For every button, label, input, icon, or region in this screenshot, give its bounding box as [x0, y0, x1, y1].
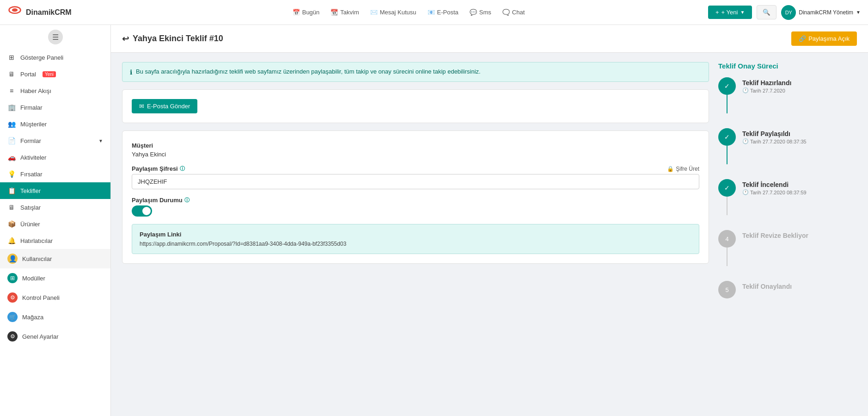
- email-icon: 📧: [428, 9, 435, 16]
- timeline-step-1: ✓ Teklif Hazırlandı 🕐 Tarih 27.7.2020: [718, 77, 857, 128]
- modules-icon: ⊞: [7, 273, 18, 283]
- lock-icon: 🔒: [667, 166, 674, 172]
- sidebar-item-hatirlaticilar[interactable]: 🔔 Hatırlatıcılar: [0, 232, 110, 249]
- sidebar-item-musteriler[interactable]: 👥 Müşteriler: [0, 116, 110, 132]
- sidebar-item-portal[interactable]: 🖥 Portal Yeni: [0, 66, 110, 82]
- user-name: DinamikCRM Yönetim: [799, 9, 853, 16]
- step-5-label: Teklif Onaylandı: [742, 283, 857, 290]
- step-4-dot: 4: [718, 230, 736, 248]
- step-2-dot: ✓: [718, 128, 736, 146]
- nav-eposta[interactable]: 📧 E-Posta: [428, 9, 458, 16]
- nav-mesaj[interactable]: ✉️ Mesaj Kutusu: [370, 9, 416, 16]
- nav-chat[interactable]: 🗨️ Chat: [502, 9, 525, 16]
- info-banner: ℹ Bu sayfa aracılığıyla hazırladığınız t…: [122, 62, 709, 82]
- sidebar-item-haber[interactable]: ≡ Haber Akışı: [0, 82, 110, 99]
- step-1-date: 🕐 Tarih 27.7.2020: [742, 87, 857, 93]
- step-3-date: 🕐 Tarih 27.7.2020 08:37:59: [742, 189, 857, 195]
- users-icon: 👤: [7, 254, 18, 264]
- step-3-content: Teklif İncelendi 🕐 Tarih 27.7.2020 08:37…: [742, 179, 857, 195]
- timeline-step-3: ✓ Teklif İncelendi 🕐 Tarih 27.7.2020 08:…: [718, 179, 857, 230]
- sifre-info-icon[interactable]: ⓘ: [180, 165, 185, 172]
- back-icon[interactable]: ↩: [122, 34, 129, 44]
- menu-toggle-button[interactable]: ☰: [48, 30, 63, 44]
- generate-password-button[interactable]: 🔒 Şifre Üret: [667, 166, 699, 172]
- sidebar-item-firsatlar[interactable]: 💡 Fırsatlar: [0, 166, 110, 182]
- sidebar-item-firmalar[interactable]: 🏢 Firmalar: [0, 99, 110, 116]
- share-button[interactable]: 🔗 Paylaşıma Açık: [791, 31, 857, 46]
- products-icon: 📦: [7, 220, 16, 228]
- sidebar-item-kontrol[interactable]: ⚙ Kontrol Paneli: [0, 288, 110, 307]
- feed-icon: ≡: [7, 87, 16, 94]
- new-button[interactable]: + + Yeni ▼: [708, 6, 752, 19]
- nav-takvim[interactable]: 📆 Takvim: [330, 9, 359, 16]
- nav-sms[interactable]: 💬 Sms: [470, 9, 491, 16]
- musteri-label: Müşteri: [132, 142, 699, 149]
- sifre-label: Paylaşım Şifresi ⓘ: [132, 165, 185, 172]
- user-menu[interactable]: DY DinamikCRM Yönetim ▼: [781, 5, 861, 20]
- link-box: Paylaşım Linki https://app.dinamikcrm.co…: [132, 224, 699, 254]
- form-section: Müşteri Yahya Ekinci Paylaşım Şifresi ⓘ: [132, 142, 699, 254]
- sidebar-item-satislar[interactable]: 🖥 Satışlar: [0, 199, 110, 216]
- nav-bugun[interactable]: 📅 Bugün: [293, 9, 320, 16]
- sidebar-item-urunler[interactable]: 📦 Ürünler: [0, 216, 110, 232]
- dashboard-icon: ⊞: [7, 54, 16, 61]
- durum-field: Paylaşım Durumu ⓘ: [132, 197, 699, 217]
- sidebar-item-teklifler[interactable]: 📋 Teklifler: [0, 182, 110, 199]
- sidebar-item-formlar[interactable]: 📄 Formlar ▼: [0, 132, 110, 149]
- share-toggle[interactable]: [132, 205, 152, 217]
- activities-icon: 🚗: [7, 154, 16, 161]
- app-name: DinamikCRM: [26, 8, 72, 17]
- step-3-label: Teklif İncelendi: [742, 181, 857, 188]
- step-4-content: Teklif Revize Bekliyor: [742, 230, 857, 239]
- durum-info-icon[interactable]: ⓘ: [184, 197, 189, 204]
- toggle-wrap: [132, 205, 699, 217]
- app-logo[interactable]: DinamikCRM: [7, 5, 109, 20]
- sidebar-item-aktiviteler[interactable]: 🚗 Aktiviteler: [0, 149, 110, 166]
- step-3-dot: ✓: [718, 179, 736, 197]
- logo-icon: [7, 5, 22, 20]
- sidebar-item-magaza[interactable]: 🛒 Mağaza: [0, 307, 110, 308]
- opportunities-icon: 💡: [7, 170, 16, 178]
- user-chevron-icon: ▼: [856, 10, 861, 15]
- password-input[interactable]: [132, 174, 699, 189]
- timeline-step-5: 5 Teklif Onaylandı: [718, 281, 857, 298]
- sidebar-item-gosterge[interactable]: ⊞ Gösterge Paneli: [0, 49, 110, 66]
- clock-icon: 🕐: [742, 189, 749, 195]
- reminders-icon: 🔔: [7, 237, 16, 244]
- process-title: Teklif Onay Süreci: [718, 62, 857, 70]
- email-send-button[interactable]: ✉ E-Posta Gönder: [132, 99, 197, 113]
- sidebar: ☰ ⊞ Gösterge Paneli 🖥 Portal Yeni ≡ Habe…: [0, 25, 111, 308]
- sifre-label-row: Paylaşım Şifresi ⓘ 🔒 Şifre Üret: [132, 165, 699, 172]
- share-icon: 🔗: [799, 35, 806, 42]
- forms-icon: 📄: [7, 137, 16, 144]
- main-panel: ℹ Bu sayfa aracılığıyla hazırladığınız t…: [122, 62, 709, 298]
- sales-icon: 🖥: [7, 204, 16, 211]
- search-button[interactable]: 🔍: [757, 5, 776, 19]
- customers-icon: 👥: [7, 120, 16, 128]
- user-avatar: DY: [781, 5, 796, 20]
- main-content: ↩ Yahya Ekinci Teklif #10 🔗 Paylaşıma Aç…: [111, 25, 868, 308]
- musteri-value: Yahya Ekinci: [132, 151, 699, 158]
- step-2-content: Teklif Paylaşıldı 🕐 Tarih 27.7.2020 08:3…: [742, 128, 857, 144]
- sifre-field: Paylaşım Şifresi ⓘ 🔒 Şifre Üret: [132, 165, 699, 189]
- proposals-icon: 📋: [7, 187, 16, 194]
- musteri-field: Müşteri Yahya Ekinci: [132, 142, 699, 158]
- link-url[interactable]: https://app.dinamikcrm.com/Proposal/?Id=…: [140, 241, 691, 247]
- nav-actions: + + Yeni ▼ 🔍 DY DinamikCRM Yönetim ▼: [708, 5, 861, 20]
- step-5-dot: 5: [718, 281, 736, 298]
- sidebar-item-kullanicilar[interactable]: 👤 Kullanıcılar: [0, 249, 110, 268]
- sidebar-item-moduller[interactable]: ⊞ Modüller: [0, 268, 110, 288]
- sms-icon: 💬: [470, 9, 477, 16]
- link-label: Paylaşım Linki: [140, 231, 691, 238]
- timeline-step-4: 4 Teklif Revize Bekliyor: [718, 230, 857, 281]
- mail-icon: ✉️: [370, 9, 378, 16]
- step-2-date: 🕐 Tarih 27.7.2020 08:37:35: [742, 138, 857, 144]
- step-1-dot: ✓: [718, 77, 736, 95]
- new-badge: Yeni: [43, 71, 56, 77]
- page-header: ↩ Yahya Ekinci Teklif #10 🔗 Paylaşıma Aç…: [111, 25, 868, 53]
- chevron-down-icon: ▼: [740, 10, 745, 15]
- svg-point-1: [12, 8, 18, 12]
- company-icon: 🏢: [7, 104, 16, 111]
- top-navigation: DinamikCRM 📅 Bugün 📆 Takvim ✉️ Mesaj Kut…: [0, 0, 868, 25]
- page-title-container: ↩ Yahya Ekinci Teklif #10: [122, 34, 223, 44]
